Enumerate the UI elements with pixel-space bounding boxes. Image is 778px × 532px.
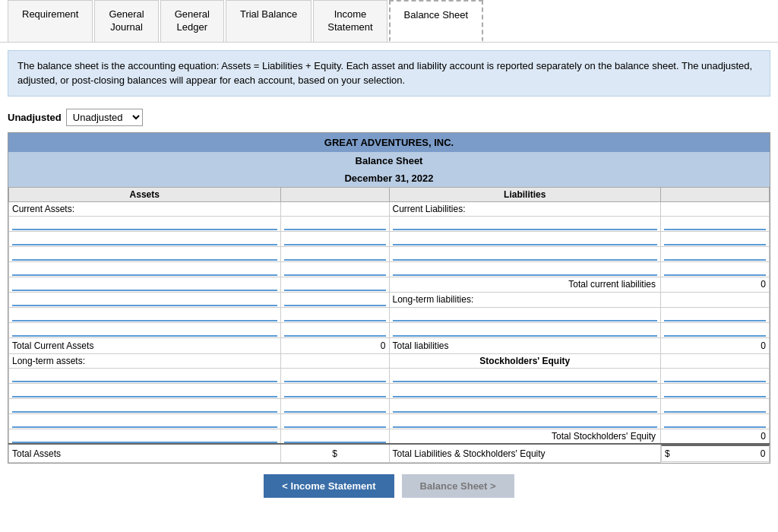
- equity-val-4[interactable]: [664, 414, 766, 428]
- total-current-liab-label: Total current liabilities: [389, 277, 661, 292]
- asset-val-1[interactable]: [284, 217, 386, 230]
- balance-sheet-table: Assets Liabilities Current Assets: Curre…: [8, 187, 770, 463]
- liab-val-4[interactable]: [664, 262, 766, 276]
- equity-input-3[interactable]: [393, 399, 658, 413]
- asset-val-4[interactable]: [284, 262, 386, 276]
- asset-input-6[interactable]: [12, 293, 277, 306]
- asset-val-3[interactable]: [284, 247, 386, 261]
- equity-val-2[interactable]: [664, 384, 766, 397]
- total-liab-equity-val-cell: $ 0: [661, 445, 770, 462]
- company-name: GREAT ADVENTURES, INC.: [8, 133, 770, 152]
- lt-liab-val-1[interactable]: [664, 308, 766, 321]
- lt-asset-row-1: [9, 368, 770, 383]
- input-row-6: Long-term liabilities:: [9, 292, 770, 307]
- tab-balance-sheet[interactable]: Balance Sheet: [389, 0, 484, 42]
- lt-asset-val-1[interactable]: [284, 369, 386, 382]
- assets-val-header: [280, 187, 389, 201]
- tab-income-statement[interactable]: IncomeStatement: [313, 0, 387, 42]
- lt-asset-input-2[interactable]: [12, 384, 277, 397]
- adjustment-dropdown[interactable]: Unadjusted Adjusted Post-closing: [66, 109, 143, 126]
- asset-val-2[interactable]: [284, 232, 386, 245]
- lt-asset-input-4[interactable]: [12, 414, 277, 428]
- report-title: Balance Sheet: [8, 152, 770, 169]
- total-se-label: Total Stockholders' Equity: [389, 429, 661, 444]
- dropdown-label: Unadjusted: [8, 112, 62, 123]
- liabilities-val-header: [661, 187, 770, 201]
- tab-requirement[interactable]: Requirement: [8, 0, 93, 42]
- liab-equity-val: 0: [761, 448, 766, 459]
- liab-input-1[interactable]: [393, 217, 658, 230]
- tab-bar: Requirement GeneralJournal GeneralLedger…: [0, 0, 778, 43]
- input-row-4: [9, 261, 770, 277]
- asset-input-4[interactable]: [12, 262, 277, 276]
- assets-header: Assets: [9, 187, 281, 201]
- balance-sheet-table-container: GREAT ADVENTURES, INC. Balance Sheet Dec…: [8, 132, 770, 464]
- total-liabilities-val: 0: [661, 337, 770, 353]
- asset-input-5[interactable]: [12, 277, 277, 291]
- liab-input-4[interactable]: [393, 262, 658, 276]
- prev-button[interactable]: < Income Statement: [264, 474, 394, 498]
- liab-val-2[interactable]: [664, 232, 766, 245]
- total-liab-equity-label: Total Liabilities & Stockholders' Equity: [389, 444, 661, 462]
- input-row-5: Total current liabilities 0: [9, 277, 770, 292]
- info-text: The balance sheet is the accounting equa…: [17, 60, 752, 87]
- lt-asset-input-1[interactable]: [12, 369, 277, 382]
- tab-general-ledger[interactable]: GeneralLedger: [160, 0, 224, 42]
- lt-liab-input-1[interactable]: [393, 308, 658, 321]
- liab-input-2[interactable]: [393, 232, 658, 245]
- total-se-val: 0: [661, 429, 770, 444]
- tab-trial-balance[interactable]: Trial Balance: [226, 0, 312, 42]
- equity-input-4[interactable]: [393, 414, 658, 428]
- asset-input-7[interactable]: [12, 308, 277, 321]
- asset-input-8[interactable]: [12, 323, 277, 337]
- long-term-assets-label: Long-term assets:: [9, 353, 281, 368]
- lt-asset-row-4: [9, 413, 770, 429]
- input-row-7: [9, 307, 770, 322]
- total-current-assets-val: 0: [280, 337, 389, 353]
- asset-input-2[interactable]: [12, 232, 277, 245]
- asset-input-1[interactable]: [12, 217, 277, 230]
- lt-asset-val-2[interactable]: [284, 384, 386, 397]
- liab-input-3[interactable]: [393, 247, 658, 261]
- lt-asset-input-5[interactable]: [12, 429, 277, 443]
- long-term-assets-row: Long-term assets: Stockholders' Equity: [9, 353, 770, 368]
- lt-liab-val-2[interactable]: [664, 323, 766, 337]
- dropdown-area: Unadjusted Unadjusted Adjusted Post-clos…: [0, 104, 778, 132]
- lt-asset-row-2: [9, 383, 770, 398]
- liabilities-header: Liabilities: [389, 187, 661, 201]
- equity-input-1[interactable]: [393, 369, 658, 382]
- asset-val-8[interactable]: [284, 323, 386, 337]
- equity-val-3[interactable]: [664, 399, 766, 413]
- tab-general-journal[interactable]: GeneralJournal: [94, 0, 158, 42]
- input-row-8: [9, 322, 770, 337]
- lt-asset-input-3[interactable]: [12, 399, 277, 413]
- lt-asset-val-4[interactable]: [284, 414, 386, 428]
- asset-input-3[interactable]: [12, 247, 277, 261]
- equity-input-2[interactable]: [393, 384, 658, 397]
- lt-asset-val-5[interactable]: [284, 429, 386, 443]
- lt-asset-row-5: Total Stockholders' Equity 0: [9, 429, 770, 444]
- total-current-assets-label: Total Current Assets: [9, 337, 281, 353]
- lt-asset-row-3: [9, 398, 770, 413]
- long-term-liab-label: Long-term liabilities:: [389, 292, 661, 307]
- current-liabilities-label: Current Liabilities:: [389, 201, 661, 216]
- info-box: The balance sheet is the accounting equa…: [8, 50, 770, 97]
- next-button[interactable]: Balance Sheet >: [402, 474, 514, 498]
- liab-val-1[interactable]: [664, 217, 766, 230]
- total-assets-dollar: $: [280, 444, 389, 462]
- asset-val-6[interactable]: [284, 293, 386, 306]
- section-labels-row: Current Assets: Current Liabilities:: [9, 201, 770, 216]
- input-row-3: [9, 246, 770, 261]
- lt-asset-val-3[interactable]: [284, 399, 386, 413]
- equity-val-1[interactable]: [664, 369, 766, 382]
- total-current-liab-val: 0: [661, 277, 770, 292]
- liab-equity-dollar: $: [665, 448, 670, 459]
- liab-val-3[interactable]: [664, 247, 766, 261]
- asset-val-7[interactable]: [284, 308, 386, 321]
- input-row-1: [9, 216, 770, 231]
- asset-val-5[interactable]: [284, 277, 386, 291]
- lt-liab-input-2[interactable]: [393, 323, 658, 337]
- total-assets-label: Total Assets: [9, 444, 281, 462]
- report-date: December 31, 2022: [8, 169, 770, 187]
- column-headers: Assets Liabilities: [9, 187, 770, 201]
